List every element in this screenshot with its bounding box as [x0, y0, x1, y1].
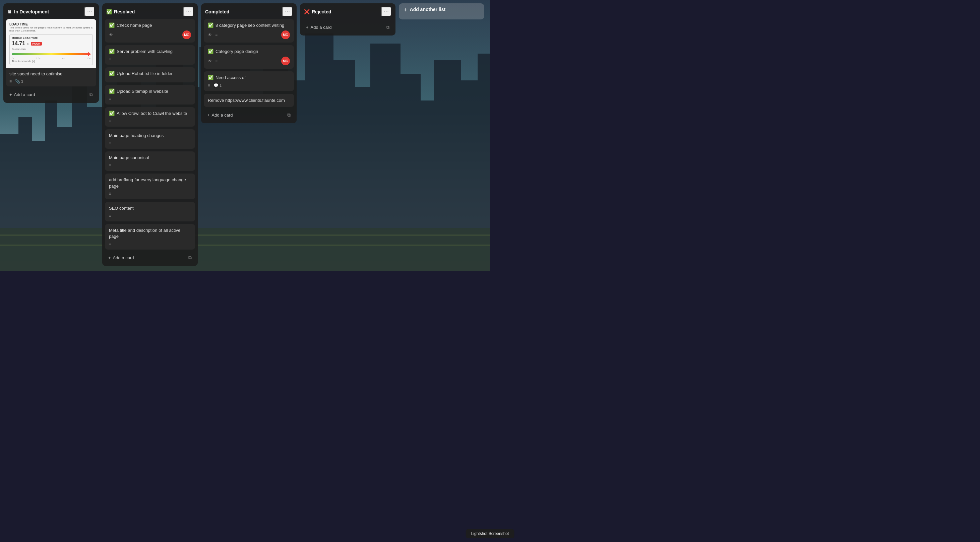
copy-icon-resolved: ⧉ [188, 255, 192, 261]
card-meta-heading: ≡ [109, 141, 191, 145]
copy-icon-completed: ⧉ [287, 112, 291, 118]
plus-icon-add-card-rejected: + [306, 25, 309, 30]
list-rejected: ❌ Rejected ··· + Add a card ⧉ [300, 3, 396, 35]
card-main-heading[interactable]: Main page heading changes ≡ [105, 129, 195, 149]
list-menu-button-completed[interactable]: ··· [282, 7, 293, 16]
list-menu-button-resolved[interactable]: ··· [183, 7, 194, 16]
plus-icon-add-card-resolved: + [108, 255, 111, 260]
add-card-button-resolved[interactable]: + Add a card ⧉ [105, 252, 195, 263]
check-icon-server: ✅ [109, 49, 115, 54]
list-header-rejected: ❌ Rejected ··· [300, 3, 396, 19]
list-footer-rejected: + Add a card ⧉ [300, 19, 396, 35]
card-meta-seo: ≡ [109, 213, 191, 218]
list-cards-in-development: LOAD TIME The time it takes for the page… [3, 19, 99, 86]
description-icon-access: ≡ [208, 83, 210, 88]
card-seo-content[interactable]: SEO content ≡ [105, 202, 195, 221]
card-check-home[interactable]: ✅ Check home page 👁 MG [105, 19, 195, 43]
card-meta-8category: 👁 ≡ MG [208, 30, 290, 39]
list-menu-button-in-development[interactable]: ··· [84, 7, 95, 16]
list-footer-in-development: + Add a card ⧉ [3, 86, 99, 103]
card-meta-title[interactable]: Meta title and description of all active… [105, 224, 195, 250]
card-meta-server: ≡ [109, 57, 191, 61]
card-meta-crawl: ≡ [109, 119, 191, 123]
list-menu-button-rejected[interactable]: ··· [381, 7, 391, 16]
card-need-access[interactable]: ✅ Need access of ≡ 💬 1 [204, 72, 294, 91]
monitor-icon: 🖥 [7, 9, 12, 14]
list-resolved: ✅ Resolved ··· ✅ Check home page 👁 MG [102, 3, 198, 266]
add-card-button-completed[interactable]: + Add a card ⧉ [204, 110, 294, 121]
comment-icon-access: 💬 1 [213, 83, 221, 88]
description-icon-heading: ≡ [109, 141, 111, 145]
check-icon-crawl: ✅ [109, 111, 115, 116]
description-icon-sitemap: ≡ [109, 97, 111, 101]
paperclip-icon: 📎 3 [15, 79, 23, 84]
eye-icon-catdesign: 👁 [208, 59, 212, 63]
card-image-site-speed: LOAD TIME The time it takes for the page… [6, 19, 96, 68]
mobile-speed: 14.71 s POOR [12, 41, 91, 46]
list-header-in-development: 🖥 In Development ··· [3, 3, 99, 19]
add-card-button-rejected[interactable]: + Add a card ⧉ [303, 22, 393, 33]
description-icon-meta-title: ≡ [109, 242, 111, 246]
check-icon-sitemap: ✅ [109, 89, 115, 94]
card-meta-canonical: ≡ [109, 163, 191, 167]
list-cards-completed: ✅ 8 category page seo content writing 👁 … [201, 19, 297, 107]
card-8-category[interactable]: ✅ 8 category page seo content writing 👁 … [204, 19, 294, 43]
description-icon-catdesign: ≡ [215, 59, 218, 63]
description-icon-canonical: ≡ [109, 163, 111, 167]
check-icon-home: ✅ [109, 22, 115, 28]
card-meta-check-home: 👁 MG [109, 30, 191, 39]
card-meta-site-speed: ≡ 📎 3 [10, 79, 93, 84]
description-icon-server: ≡ [109, 57, 111, 61]
card-server-problem[interactable]: ✅ Server problem with crawling ≡ [105, 45, 195, 65]
list-title-in-development: 🖥 In Development [7, 9, 49, 14]
card-hreflang[interactable]: add hreflang for every language change p… [105, 173, 195, 199]
card-upload-robot[interactable]: ✅ Upload Robot.txt file in folder [105, 67, 195, 82]
check-icon-robot: ✅ [109, 71, 115, 76]
card-meta-access: ≡ 💬 1 [208, 83, 290, 88]
card-content-site-speed: site speed need to optimise ≡ 📎 3 [6, 68, 96, 86]
plus-icon-add-list: + [404, 7, 407, 14]
add-another-list-button[interactable]: + Add another list [399, 3, 484, 19]
copy-icon-dev: ⧉ [89, 92, 93, 97]
list-title-completed: Completed [205, 9, 229, 14]
description-icon-seo: ≡ [109, 213, 111, 218]
plus-icon-add-card-dev: + [10, 92, 12, 97]
card-meta-meta-title: ≡ [109, 242, 191, 246]
description-icon-crawl: ≡ [109, 119, 111, 123]
board-container: 🖥 In Development ··· LOAD TIME The time … [0, 0, 490, 271]
card-site-speed[interactable]: LOAD TIME The time it takes for the page… [6, 19, 96, 86]
list-footer-resolved: + Add a card ⧉ [102, 250, 198, 266]
list-header-completed: Completed ··· [201, 3, 297, 19]
description-icon-8category: ≡ [215, 32, 218, 37]
checkmark-icon-resolved: ✅ [106, 9, 112, 14]
check-icon-8category: ✅ [208, 22, 213, 28]
eye-icon-home: 👁 [109, 32, 113, 37]
rejected-icon: ❌ [304, 9, 310, 14]
card-category-design[interactable]: ✅ Category page design 👁 ≡ MG [204, 45, 294, 69]
list-header-resolved: ✅ Resolved ··· [102, 3, 198, 19]
list-completed: Completed ··· ✅ 8 category page seo cont… [201, 3, 297, 123]
avatar-home: MG [182, 30, 191, 39]
check-icon-access: ✅ [208, 75, 213, 80]
card-main-canonical[interactable]: Main page canonical ≡ [105, 151, 195, 171]
avatar-catdesign: MG [281, 57, 290, 65]
card-meta-catdesign: 👁 ≡ MG [208, 57, 290, 65]
plus-icon-add-card-completed: + [207, 113, 210, 118]
mobile-section: MOBILE LOAD TIME 14.71 s POOR flaunte.co… [10, 34, 93, 65]
card-allow-crawl[interactable]: ✅ Allow Crawl bot to Crawl the website ≡ [105, 107, 195, 127]
list-in-development: 🖥 In Development ··· LOAD TIME The time … [3, 3, 99, 103]
copy-icon-rejected: ⧉ [386, 24, 390, 30]
card-meta-sitemap: ≡ [109, 97, 191, 101]
bar-labels: 0s 2.5s 4s 10+ [12, 57, 91, 60]
avatar-8category: MG [281, 30, 290, 39]
list-title-resolved: ✅ Resolved [106, 9, 135, 14]
list-cards-resolved: ✅ Check home page 👁 MG ✅ Server problem … [102, 19, 198, 250]
description-icon: ≡ [10, 79, 12, 84]
description-icon-hreflang: ≡ [109, 191, 111, 196]
add-card-button-in-development[interactable]: + Add a card ⧉ [6, 89, 96, 100]
list-footer-completed: + Add a card ⧉ [201, 107, 297, 123]
eye-icon-8category: 👁 [208, 32, 212, 37]
speed-bar [12, 52, 91, 57]
card-remove[interactable]: Remove https://www.clients.flaunte.com [204, 94, 294, 107]
card-upload-sitemap[interactable]: ✅ Upload Sitemap in website ≡ [105, 85, 195, 105]
